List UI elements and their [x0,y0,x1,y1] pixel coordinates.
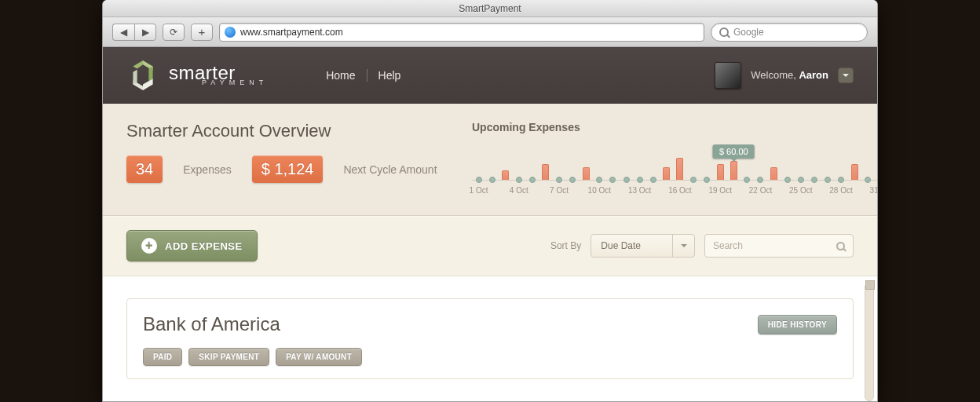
scrollbar[interactable] [865,283,874,401]
svg-marker-3 [133,69,137,84]
chart-dot [489,177,495,183]
chart-day: 28 Oct [835,137,848,195]
user-area: Welcome, Aaron [715,62,854,89]
chart-day [646,137,660,195]
logo-text: smarter PAYMENT [169,64,268,86]
search-input[interactable] [713,240,823,251]
chart-bar[interactable] [502,170,509,180]
chart-day [767,137,781,195]
logo-icon [126,59,159,92]
globe-icon [225,27,236,38]
avatar[interactable] [715,62,741,89]
window-titlebar: SmartPayment [103,0,877,17]
chart-tick-label: 31 Oct [870,186,878,195]
chart-bar[interactable] [770,167,777,180]
card-title: Bank of America [143,313,280,335]
svg-marker-5 [143,79,153,90]
add-expense-button[interactable]: + ADD EXPENSE [126,230,258,261]
browser-search-placeholder: Google [733,27,764,38]
svg-marker-1 [148,66,152,81]
chart-bar[interactable] [851,164,858,180]
chart-bar[interactable] [717,164,724,180]
card-header: Bank of America HIDE HISTORY [143,313,837,335]
chart-dot [744,177,750,183]
chart-dot [476,177,482,183]
chart-dot [516,177,522,183]
nav-home[interactable]: Home [315,69,366,82]
chart-dot [596,177,602,183]
card-actions: PAID SKIP PAYMENT PAY W/ AMOUNT [143,348,837,366]
address-bar[interactable]: www.smartpayment.com [219,23,704,42]
chart-bar[interactable] [663,167,670,180]
paid-button[interactable]: PAID [143,348,182,366]
svg-marker-4 [133,60,143,69]
user-menu-button[interactable] [838,68,854,83]
forward-button[interactable]: ▶ [134,24,156,41]
chart-day: 4 Oct [512,137,525,195]
chart-day [485,137,499,195]
browser-toolbar: ◀ ▶ ⟳ + www.smartpayment.com Google [103,17,877,47]
app-header: smarter PAYMENT Home Help Welcome, Aaron [103,47,877,104]
chart-dot [623,177,630,183]
welcome-text: Welcome, Aaron [751,69,828,81]
chart-day [848,137,861,195]
expenses-count-badge: 34 [126,155,163,183]
welcome-prefix: Welcome, [751,69,799,81]
brand-logo[interactable]: smarter PAYMENT [126,59,268,92]
chart-bar[interactable] [583,167,590,180]
chart-day: 25 Oct [794,137,807,195]
overview-section: Smarter Account Overview 34 Expenses $ 1… [103,104,877,216]
browser-search[interactable]: Google [711,23,868,42]
chart-day: 31 Oct [875,137,878,195]
chart-dot [529,177,536,183]
chart-dot [811,177,817,183]
chart-dot [784,177,791,183]
chart-dot [825,177,831,183]
chart-day: 7 Oct [553,137,566,195]
chart-day [525,137,539,195]
chart-dot [650,177,656,183]
chart-dot [757,177,763,183]
chart-dot [838,177,844,183]
browser-window: SmartPayment ◀ ▶ ⟳ + www.smartpayment.co… [102,0,878,402]
chart-dot [637,177,643,183]
add-tab-button[interactable]: + [191,24,213,41]
chart-day: 10 Oct [593,137,606,195]
chart-bar[interactable] [542,164,549,180]
overview-summary: Smarter Account Overview 34 Expenses $ 1… [126,121,441,195]
chart-day [606,137,620,195]
nav-help[interactable]: Help [368,69,412,82]
chart-dot [704,177,710,183]
reload-button[interactable]: ⟳ [163,24,185,41]
chart-dot [609,177,616,183]
skip-payment-button[interactable]: SKIP PAYMENT [188,348,269,366]
expenses-label: Expenses [183,163,231,176]
nav-button-group: ◀ ▶ [112,24,156,41]
search-field[interactable] [704,234,854,258]
chart-day: $ 60.00 [727,137,740,195]
chart-day: 16 Oct [673,137,686,195]
back-button[interactable]: ◀ [112,24,134,41]
sort-search-area: Sort By Due Date [550,234,854,258]
chevron-down-icon [681,244,687,247]
chart-days: 1 Oct4 Oct7 Oct10 Oct13 Oct16 Oct19 Oct$… [472,137,878,195]
chart-dot [798,177,804,183]
upcoming-title: Upcoming Expenses [472,121,878,133]
overview-stats: 34 Expenses $ 1,124 Next Cycle Amount [126,155,441,183]
chart-day [566,137,580,195]
sort-select[interactable]: Due Date [591,234,695,258]
upcoming-chart: 1 Oct4 Oct7 Oct10 Oct13 Oct16 Oct19 Oct$… [472,137,878,195]
hide-history-button[interactable]: HIDE HISTORY [758,315,837,334]
cycle-amount-badge: $ 1,124 [252,155,324,183]
brand-sub: PAYMENT [202,79,268,86]
chevron-down-icon [843,74,849,77]
chart-bar[interactable] [676,158,683,180]
user-name: Aaron [799,69,828,81]
expense-card: Bank of America HIDE HISTORY PAID SKIP P… [126,298,854,379]
pay-with-amount-button[interactable]: PAY W/ AMOUNT [276,348,362,366]
chart-day [807,137,821,195]
chart-dot [569,177,576,183]
window-title: SmartPayment [459,3,521,14]
plus-icon: + [141,238,157,254]
chart-dot [690,177,697,183]
